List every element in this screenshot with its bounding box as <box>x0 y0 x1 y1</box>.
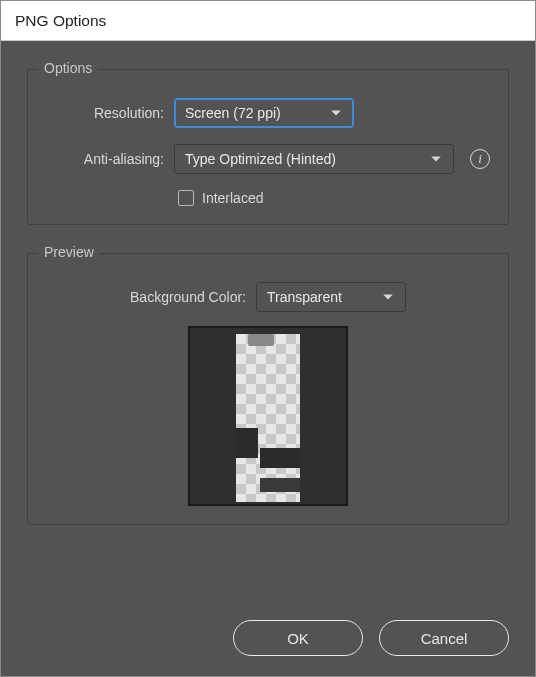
preview-thumbnail <box>188 326 348 506</box>
resolution-label: Resolution: <box>46 105 164 121</box>
cancel-button[interactable]: Cancel <box>379 620 509 656</box>
interlaced-row: Interlaced <box>178 190 490 206</box>
chevron-down-icon <box>381 290 395 304</box>
preview-legend: Preview <box>38 244 100 260</box>
interlaced-checkbox[interactable] <box>178 190 194 206</box>
background-color-value: Transparent <box>267 289 342 305</box>
interlaced-label: Interlaced <box>202 190 263 206</box>
titlebar: PNG Options <box>1 1 535 41</box>
dialog-content: Options Resolution: Screen (72 ppi) Anti… <box>1 41 535 676</box>
resolution-value: Screen (72 ppi) <box>185 105 281 121</box>
options-group: Options Resolution: Screen (72 ppi) Anti… <box>27 69 509 225</box>
dialog-buttons: OK Cancel <box>27 606 509 656</box>
background-color-select[interactable]: Transparent <box>256 282 406 312</box>
resolution-select[interactable]: Screen (72 ppi) <box>174 98 354 128</box>
chevron-down-icon <box>429 152 443 166</box>
png-options-dialog: PNG Options Options Resolution: Screen (… <box>0 0 536 677</box>
background-color-label: Background Color: <box>130 289 246 305</box>
antialias-value: Type Optimized (Hinted) <box>185 151 336 167</box>
antialias-label: Anti-aliasing: <box>46 151 164 167</box>
ok-button[interactable]: OK <box>233 620 363 656</box>
resolution-row: Resolution: Screen (72 ppi) <box>46 98 490 128</box>
options-legend: Options <box>38 60 98 76</box>
window-title: PNG Options <box>15 12 106 30</box>
antialias-select[interactable]: Type Optimized (Hinted) <box>174 144 454 174</box>
preview-group: Preview Background Color: Transparent <box>27 253 509 525</box>
background-color-row: Background Color: Transparent <box>46 282 490 312</box>
chevron-down-icon <box>329 106 343 120</box>
antialias-row: Anti-aliasing: Type Optimized (Hinted) i <box>46 144 490 174</box>
info-icon[interactable]: i <box>470 149 490 169</box>
